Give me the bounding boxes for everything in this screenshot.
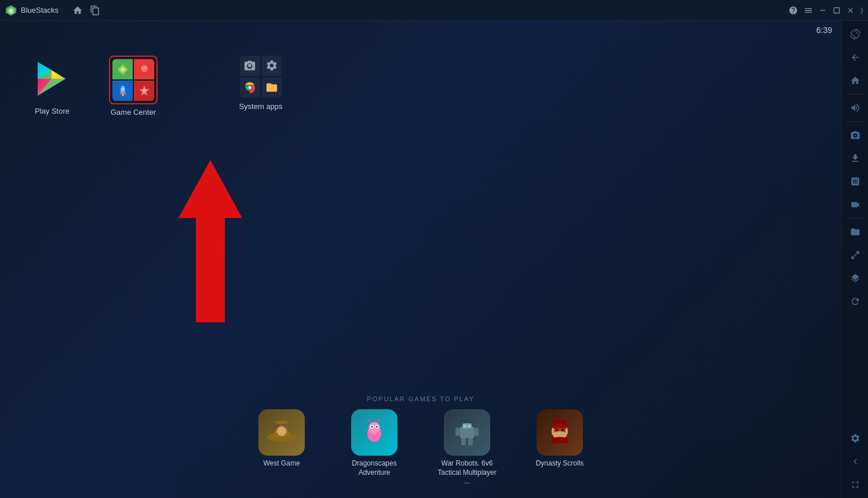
sidebar-resize-btn[interactable] — [844, 244, 866, 266]
svg-point-57 — [561, 429, 564, 431]
close-button[interactable] — [847, 6, 855, 14]
game-center-icon — [112, 59, 154, 101]
game-item-dynasty-scrolls[interactable]: Dynasty Scrolls — [528, 409, 592, 468]
svg-marker-23 — [141, 64, 143, 65]
game-center-label: Game Center — [111, 108, 156, 117]
svg-point-25 — [122, 88, 124, 90]
game-item-west-game[interactable]: West Game — [250, 409, 313, 468]
titlebar-nav — [72, 5, 100, 16]
svg-rect-36 — [276, 421, 287, 424]
dragonscapes-icon — [351, 409, 397, 456]
war-robots-icon — [444, 409, 490, 456]
sidebar-volume-btn[interactable] — [844, 97, 866, 119]
app-item-game-center[interactable]: Game Center — [104, 56, 162, 117]
copy-nav-icon[interactable] — [90, 5, 100, 16]
gc-icon-1 — [112, 59, 133, 79]
sidebar-refresh-btn[interactable] — [844, 290, 866, 312]
sidebar-expand-btn[interactable] — [844, 474, 866, 496]
popular-games-row: West Game — [250, 409, 592, 486]
svg-marker-28 — [122, 94, 124, 97]
sidebar-apk-btn[interactable] — [844, 147, 866, 169]
home-nav-icon[interactable] — [72, 5, 83, 16]
sidebar-divider-2 — [847, 121, 864, 122]
window-controls: ⟩ — [789, 6, 863, 15]
sidebar-home-btn[interactable] — [844, 70, 866, 92]
game-item-war-robots[interactable]: War Robots. 6v6 Tactical Multiplayer ... — [435, 409, 499, 486]
dynasty-scrolls-label: Dynasty Scrolls — [536, 459, 584, 468]
svg-marker-44 — [374, 417, 376, 421]
system-apps-icon — [240, 56, 282, 97]
game-item-dragonscapes[interactable]: Dragonscapes Adventure — [342, 409, 406, 477]
arrow-shaft — [196, 218, 225, 322]
dragonscapes-label: Dragonscapes Adventure — [342, 459, 406, 477]
svg-point-56 — [556, 429, 559, 431]
svg-point-41 — [371, 426, 373, 428]
svg-point-38 — [369, 422, 380, 434]
arrow-head — [178, 160, 242, 218]
play-store-icon — [29, 56, 75, 102]
sidebar-collapse-btn[interactable] — [844, 450, 866, 472]
app-item-play-store[interactable]: Play Store — [23, 56, 81, 115]
svg-point-21 — [143, 67, 144, 68]
svg-marker-45 — [377, 419, 380, 422]
app-logo: BlueStacks — [5, 4, 59, 17]
svg-rect-51 — [468, 438, 473, 445]
svg-marker-43 — [369, 419, 371, 422]
system-apps-label: System apps — [239, 102, 282, 111]
sidebar-divider-1 — [847, 94, 864, 94]
west-game-label: West Game — [263, 459, 300, 468]
pointer-arrow — [178, 160, 242, 322]
restore-button[interactable] — [833, 6, 841, 14]
menu-button[interactable] — [804, 6, 813, 15]
sidebar-divider-3 — [847, 218, 864, 219]
svg-marker-14 — [52, 70, 65, 79]
status-time: 6:39 — [816, 26, 832, 35]
sidebar-rotate-btn[interactable] — [844, 23, 866, 45]
svg-point-32 — [249, 86, 251, 89]
app-item-system-apps[interactable]: System apps — [232, 56, 290, 111]
android-screen: 6:39 — [0, 21, 841, 498]
sidebar-macro-btn[interactable] — [844, 170, 866, 192]
svg-point-53 — [468, 424, 471, 428]
svg-rect-50 — [461, 438, 466, 445]
play-store-label: Play Store — [35, 107, 70, 115]
game-center-highlight-box — [109, 56, 158, 104]
gc-icon-3 — [112, 81, 133, 101]
svg-point-42 — [376, 426, 378, 428]
svg-point-29 — [143, 89, 146, 92]
titlebar: BlueStacks — [0, 0, 868, 21]
svg-point-18 — [141, 65, 148, 72]
minimize-button[interactable] — [819, 6, 827, 14]
gc-icon-2 — [134, 59, 154, 79]
app-grid: Play Store — [23, 56, 290, 117]
popular-games-label: POPULAR GAMES TO PLAY — [367, 395, 475, 402]
svg-rect-49 — [474, 428, 479, 436]
main-wrapper: 6:39 — [0, 21, 868, 498]
sa-folder — [262, 78, 282, 98]
svg-rect-48 — [455, 428, 460, 436]
sidebar-folder-btn[interactable] — [844, 221, 866, 243]
svg-point-52 — [463, 424, 466, 428]
sidebar-back-btn[interactable] — [844, 46, 866, 68]
sa-settings — [262, 56, 282, 76]
dynasty-scrolls-icon — [537, 409, 583, 456]
app-title: BlueStacks — [21, 6, 59, 14]
west-game-icon — [258, 409, 305, 456]
help-button[interactable] — [789, 6, 798, 15]
svg-marker-24 — [145, 64, 148, 65]
svg-point-58 — [854, 135, 856, 136]
sidebar-layers-btn[interactable] — [844, 267, 866, 289]
gc-icon-4 — [134, 81, 154, 101]
sa-camera — [240, 56, 260, 76]
sidebar-toggle-button[interactable]: ⟩ — [860, 6, 863, 14]
war-robots-label: War Robots. 6v6 Tactical Multiplayer ... — [435, 459, 499, 486]
sa-chrome — [240, 78, 260, 98]
sidebar-settings-btn[interactable] — [844, 427, 866, 449]
svg-point-22 — [145, 67, 146, 68]
sidebar-record-btn[interactable] — [844, 194, 866, 216]
svg-point-35 — [277, 427, 286, 436]
popular-games-section: POPULAR GAMES TO PLAY — [0, 395, 841, 486]
right-sidebar — [841, 21, 868, 498]
sidebar-screenshot-btn[interactable] — [844, 124, 866, 146]
